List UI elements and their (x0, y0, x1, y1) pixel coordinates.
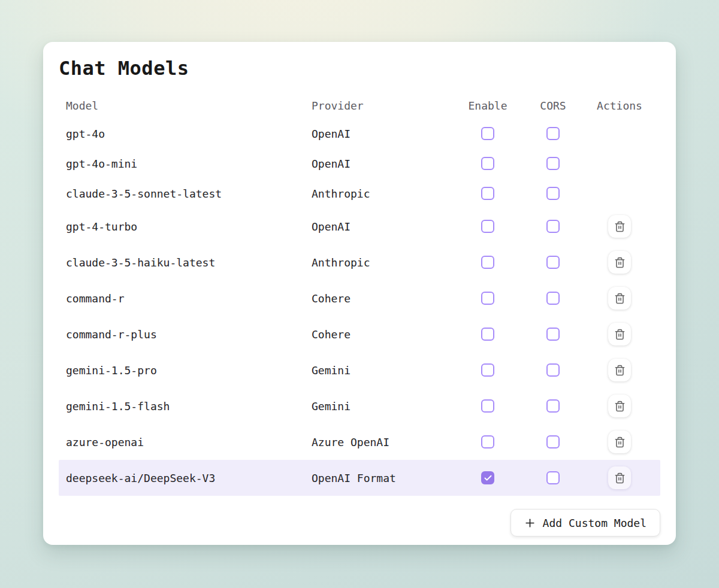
cors-cell (520, 220, 586, 233)
cors-cell (520, 435, 586, 448)
trash-icon (614, 472, 626, 484)
table-row: azure-openai Azure OpenAI (59, 424, 660, 460)
model-name: azure-openai (66, 436, 312, 448)
model-name: command-r-plus (66, 328, 312, 341)
table-row: command-r Cohere (59, 280, 660, 316)
enable-checkbox[interactable] (481, 328, 494, 341)
actions-cell (586, 395, 653, 417)
table-header-row: Model Provider Enable CORS Actions (59, 92, 660, 119)
enable-cell (455, 399, 520, 413)
add-custom-model-label: Add Custom Model (543, 517, 647, 529)
enable-cell (455, 363, 520, 377)
page-title: Chat Models (59, 56, 660, 80)
enable-checkbox[interactable] (481, 292, 494, 305)
trash-icon (614, 329, 626, 340)
trash-icon (614, 437, 626, 448)
column-header-actions: Actions (586, 99, 653, 112)
chat-models-card: Chat Models Model Provider Enable CORS A… (43, 42, 676, 545)
cors-checkbox[interactable] (546, 127, 560, 140)
cors-cell (520, 363, 586, 377)
table-row: gpt-4o OpenAI (59, 119, 660, 148)
cors-checkbox[interactable] (546, 187, 560, 200)
provider-name: OpenAI Format (312, 472, 455, 484)
enable-cell (455, 328, 520, 341)
actions-cell (586, 431, 653, 453)
enable-checkbox[interactable] (481, 220, 494, 233)
enable-checkbox[interactable] (481, 127, 494, 140)
model-name: claude-3-5-sonnet-latest (66, 187, 312, 200)
provider-name: Gemini (312, 364, 455, 377)
cors-checkbox[interactable] (546, 292, 560, 305)
cors-checkbox[interactable] (546, 399, 560, 413)
cors-checkbox[interactable] (546, 363, 560, 377)
provider-name: Gemini (312, 400, 455, 413)
table-row: gpt-4o-mini OpenAI (59, 148, 660, 178)
delete-model-button[interactable] (608, 287, 631, 310)
enable-cell (455, 220, 520, 233)
delete-model-button[interactable] (608, 395, 631, 417)
model-name: gpt-4o (66, 128, 312, 140)
enable-cell (455, 256, 520, 269)
plus-icon (524, 517, 536, 529)
provider-name: OpenAI (312, 220, 455, 233)
enable-checkbox[interactable] (481, 471, 494, 484)
enable-checkbox[interactable] (481, 399, 494, 413)
enable-cell (455, 292, 520, 305)
model-name: gpt-4-turbo (66, 220, 312, 233)
delete-model-button[interactable] (608, 251, 631, 274)
enable-cell (455, 435, 520, 448)
cors-cell (520, 127, 586, 140)
enable-cell (455, 127, 520, 140)
enable-checkbox[interactable] (481, 435, 494, 448)
cors-cell (520, 399, 586, 413)
delete-model-button[interactable] (608, 215, 631, 238)
cors-cell (520, 157, 586, 170)
cors-checkbox[interactable] (546, 471, 560, 484)
cors-checkbox[interactable] (546, 256, 560, 269)
column-header-cors: CORS (520, 99, 586, 112)
delete-model-button[interactable] (608, 431, 631, 453)
actions-cell (586, 251, 653, 274)
table-row: deepseek-ai/DeepSeek-V3 OpenAI Format (59, 460, 660, 496)
trash-icon (614, 365, 626, 376)
table-row: claude-3-5-sonnet-latest Anthropic (59, 178, 660, 208)
model-name: deepseek-ai/DeepSeek-V3 (66, 472, 312, 484)
enable-checkbox[interactable] (481, 187, 494, 200)
delete-model-button[interactable] (608, 323, 631, 345)
check-icon (484, 474, 493, 483)
trash-icon (614, 221, 626, 232)
provider-name: Cohere (312, 328, 455, 341)
actions-cell (586, 287, 653, 310)
cors-checkbox[interactable] (546, 157, 560, 170)
enable-checkbox[interactable] (481, 157, 494, 170)
table-row: gemini-1.5-pro Gemini (59, 352, 660, 388)
model-name: claude-3-5-haiku-latest (66, 256, 312, 269)
cors-checkbox[interactable] (546, 328, 560, 341)
column-header-provider: Provider (312, 99, 455, 112)
enable-cell (455, 471, 520, 484)
actions-cell (586, 359, 653, 381)
column-header-model: Model (66, 99, 312, 112)
enable-checkbox[interactable] (481, 363, 494, 377)
table-row: claude-3-5-haiku-latest Anthropic (59, 244, 660, 280)
provider-name: OpenAI (312, 128, 455, 140)
trash-icon (614, 401, 626, 412)
cors-checkbox[interactable] (546, 435, 560, 448)
add-custom-model-button[interactable]: Add Custom Model (510, 509, 660, 537)
delete-model-button[interactable] (608, 466, 631, 489)
cors-cell (520, 292, 586, 305)
cors-cell (520, 256, 586, 269)
enable-cell (455, 157, 520, 170)
model-name: command-r (66, 292, 312, 305)
delete-model-button[interactable] (608, 359, 631, 381)
model-table-body: gpt-4o OpenAI gpt-4o-mini OpenAI (59, 119, 660, 496)
column-header-enable: Enable (455, 99, 520, 112)
cors-cell (520, 328, 586, 341)
provider-name: Azure OpenAI (312, 436, 455, 448)
trash-icon (614, 293, 626, 304)
enable-cell (455, 187, 520, 200)
enable-checkbox[interactable] (481, 256, 494, 269)
provider-name: OpenAI (312, 157, 455, 170)
model-name: gpt-4o-mini (66, 157, 312, 170)
cors-checkbox[interactable] (546, 220, 560, 233)
